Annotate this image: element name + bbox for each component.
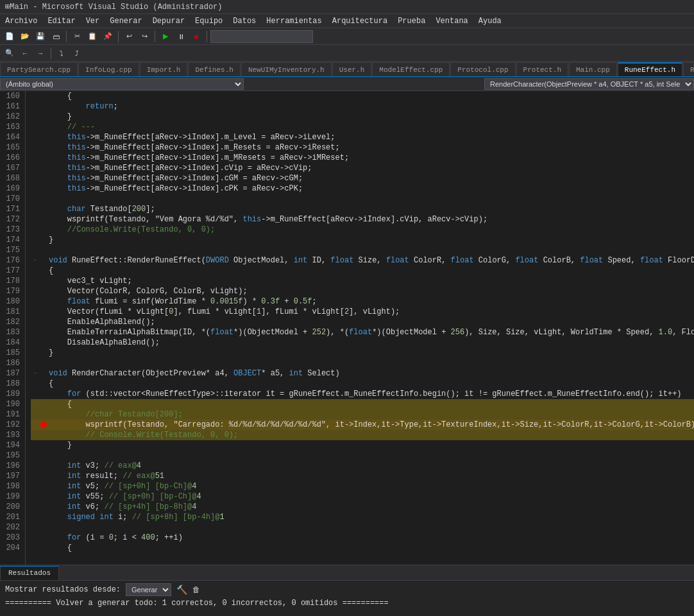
scope-left-select[interactable]: (Ámbito global) — [0, 78, 244, 90]
code-line-181: Vector(fLumi * vLight[0], fLumi * vLight… — [31, 307, 694, 317]
code-content-203: for (i = 0; i < 400; ++i) — [49, 533, 183, 543]
scope-bar: (Ámbito global) RenderCharacter(ObjectPr… — [0, 77, 694, 91]
editor: 1601611621631641651661671681691701711721… — [0, 91, 694, 565]
clear-btn[interactable]: 🗑 — [192, 585, 200, 594]
menu-item-arquitectura[interactable]: Arquitectura — [327, 14, 393, 28]
code-line-202 — [31, 522, 694, 533]
menu-item-editar[interactable]: Editar — [42, 14, 80, 28]
tab-Protecth[interactable]: Protect.h — [516, 62, 568, 76]
redo-btn[interactable]: ↪ — [137, 30, 151, 44]
code-content-194: } — [49, 440, 72, 450]
copy-btn[interactable]: 📋 — [85, 30, 99, 44]
code-line-167: this->m_RuneEffect[aRecv->iIndex].cVip =… — [31, 163, 694, 173]
toolbar-sep3 — [155, 31, 155, 42]
step-over-btn[interactable]: ⤵ — [55, 46, 69, 60]
menu-item-archivo[interactable]: Archivo — [0, 14, 42, 28]
collapse-indicator-190[interactable]: − — [31, 399, 40, 409]
build-icon-btn[interactable]: 🔨 — [176, 585, 187, 595]
code-content-162: } — [49, 112, 72, 122]
code-line-192: wsprintf(Testando, "Carregado: %d/%d/%d/… — [31, 420, 694, 430]
tab-Definesh[interactable]: Defines.h — [188, 62, 240, 76]
code-content-169: this->m_RuneEffect[aRecv->iIndex].cPK = … — [49, 184, 303, 194]
tab-Protocolcpp[interactable]: Protocol.cpp — [450, 62, 515, 76]
start-debug-btn[interactable]: ▶ — [158, 30, 173, 44]
save-all-btn[interactable]: 🗃 — [49, 30, 63, 44]
tab-NewUIMyInventoryh[interactable]: NewUIMyInventory.h — [241, 62, 332, 76]
code-line-180: float fLumi = sinf(WorldTime * 0.0015f) … — [31, 296, 694, 307]
tab-Run[interactable]: Run — [683, 62, 694, 76]
code-line-187: −void RenderCharacter(ObjectPreview* a4,… — [31, 368, 694, 379]
menu-item-prueba[interactable]: Prueba — [393, 14, 430, 28]
code-line-164: this->m_RuneEffect[aRecv->iIndex].m_Leve… — [31, 132, 694, 142]
menu-item-datos[interactable]: Datos — [228, 14, 261, 28]
tab-PartySearchcpp[interactable]: PartySearch.cpp — [0, 62, 78, 76]
code-line-184: DisableAlphaBlend(); — [31, 338, 694, 348]
collapse-indicator-187[interactable]: − — [31, 368, 40, 379]
collapse-indicator-176[interactable]: − — [31, 255, 40, 266]
filter-select[interactable]: Generar — [126, 583, 171, 596]
menu-item-equipo[interactable]: Equipo — [190, 14, 228, 28]
code-area[interactable]: { return; } // --- this->m_RuneEffect[aR… — [26, 91, 694, 565]
tab-Importh[interactable]: Import.h — [140, 62, 188, 76]
code-content-188: { — [49, 379, 53, 389]
code-line-189: for (std::vector<RuneEffectType>::iterat… — [31, 389, 694, 399]
code-line-163: // --- — [31, 122, 694, 132]
code-content-183: EnableTerrainAlphaBitmap(ID, *(float*)(O… — [49, 327, 694, 338]
bottom-panel: Resultados Mostrar resultados desde: Gen… — [0, 565, 694, 616]
window-title: Main - Microsoft Visual Studio (Administ… — [10, 3, 222, 12]
code-content-172: wsprintf(Testando, "Vem Agora %d/%d", th… — [49, 214, 487, 225]
code-content-184: DisableAlphaBlend(); — [49, 338, 160, 348]
code-content-193: // Console.Write(Testando, 0, 0); — [49, 430, 238, 440]
save-btn[interactable]: 💾 — [33, 30, 47, 44]
solution-config-combo[interactable]: rune — [210, 30, 313, 43]
tab-ModelEffectcpp[interactable]: ModelEffect.cpp — [372, 62, 450, 76]
code-line-168: this->m_RuneEffect[aRecv->iIndex].cGM = … — [31, 173, 694, 184]
menu-item-depurar[interactable]: Depurar — [148, 14, 190, 28]
code-content-189: for (std::vector<RuneEffectType>::iterat… — [49, 389, 682, 399]
scope-right-select[interactable]: RenderCharacter(ObjectPreview * a4, OBJE… — [484, 78, 694, 90]
code-line-174: } — [31, 235, 694, 245]
code-line-175 — [31, 245, 694, 255]
open-btn[interactable]: 📂 — [18, 30, 32, 44]
menu-item-ayuda[interactable]: Ayuda — [473, 14, 507, 28]
menu-item-generar[interactable]: Generar — [105, 14, 147, 28]
tab-InfoLogcpp[interactable]: InfoLog.cpp — [78, 62, 139, 76]
menu-item-herramientas[interactable]: Herramientas — [261, 14, 326, 28]
menu-item-ventana[interactable]: Ventana — [430, 14, 473, 28]
paste-btn[interactable]: 📌 — [101, 30, 115, 44]
tab-Userh[interactable]: User.h — [332, 62, 372, 76]
toolbar1: 📄 📂 💾 🗃 ✂ 📋 📌 ↩ ↪ ▶ ⏸ ■ rune — [0, 28, 694, 45]
code-content-180: float fLumi = sinf(WorldTime * 0.0015f) … — [49, 296, 317, 307]
menu-item-ver[interactable]: Ver — [81, 14, 105, 28]
code-content-182: EnableAlphaBlend(); — [49, 317, 155, 327]
code-content-187: void RenderCharacter(ObjectPreview* a4, … — [49, 368, 340, 379]
cut-btn[interactable]: ✂ — [70, 30, 84, 44]
back-btn[interactable]: ← — [18, 46, 32, 60]
code-content-196: int v3; // eax@4 — [49, 461, 141, 471]
results-tab[interactable]: Resultados — [0, 566, 59, 580]
tab-RuneEffecth[interactable]: RuneEffect.h — [618, 62, 682, 76]
tab-Maincpp[interactable]: Main.cpp — [569, 62, 617, 76]
stop-btn[interactable]: ■ — [189, 30, 203, 44]
step-into-btn[interactable]: ⤴ — [70, 46, 84, 60]
code-line-203: for (i = 0; i < 400; ++i) — [31, 533, 694, 543]
toolbar-sep2 — [118, 31, 119, 42]
forward-btn[interactable]: → — [33, 46, 47, 60]
code-content-161: return; — [49, 101, 118, 112]
undo-btn[interactable]: ↩ — [122, 30, 136, 44]
app-icon: ⊞ — [5, 2, 10, 12]
new-file-btn[interactable]: 📄 — [3, 30, 17, 44]
code-content-178: vec3_t vLight; — [49, 276, 132, 286]
find-btn[interactable]: 🔍 — [3, 46, 17, 60]
code-line-204: { — [31, 543, 694, 553]
pause-btn[interactable]: ⏸ — [174, 30, 188, 44]
code-content-179: Vector(ColorR, ColorG, ColorB, vLight); — [49, 286, 248, 296]
output-line1: ========== Volver a generar todo: 1 corr… — [5, 599, 689, 608]
code-line-197: int result; // eax@51 — [31, 471, 694, 481]
code-content-177: { — [49, 266, 53, 276]
code-content-174: } — [49, 235, 53, 245]
code-line-191: //char Testando[200]; — [31, 409, 694, 420]
code-line-193: // Console.Write(Testando, 0, 0); — [31, 430, 694, 440]
code-line-178: vec3_t vLight; — [31, 276, 694, 286]
code-line-200: int v6; // [sp+4h] [bp-8h]@4 — [31, 502, 694, 512]
